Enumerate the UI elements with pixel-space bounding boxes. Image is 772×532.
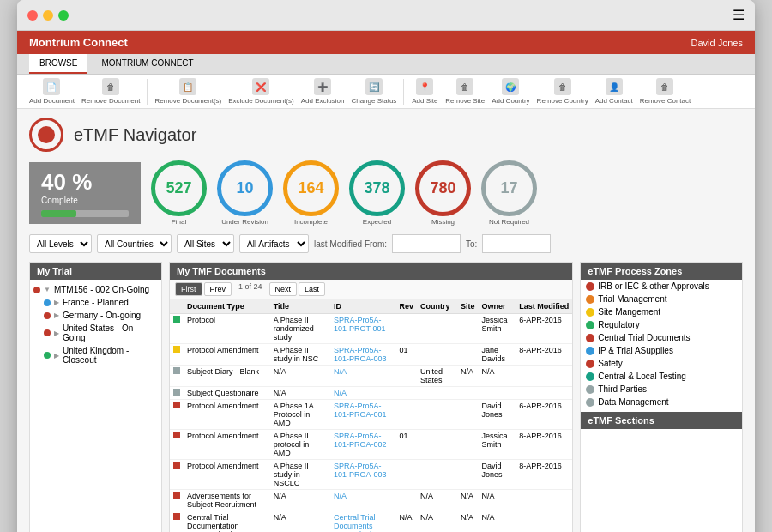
table-row[interactable]: Subject Questionaire N/A N/A <box>170 387 572 400</box>
row-site-1 <box>457 344 479 366</box>
table-row[interactable]: Advertisements for Subject Recruitment N… <box>170 490 572 511</box>
levels-filter[interactable]: All Levels <box>29 234 92 253</box>
row-id-5: SPRA-Pro5A-101-PROA-002 <box>330 430 396 460</box>
trial-arrow-4: ▶ <box>54 352 59 360</box>
stat-expected: 378 Expected <box>349 160 405 226</box>
add-document-button[interactable]: 📄 Add Document <box>29 78 75 105</box>
next-button[interactable]: Next <box>269 282 298 296</box>
app-title: Montrium Connect <box>29 36 128 49</box>
table-row[interactable]: Protocol A Phase II randomized study SPR… <box>170 314 572 344</box>
row-status-3 <box>170 387 184 400</box>
process-item-7[interactable]: Central & Local Testing <box>581 370 742 383</box>
row-rev-4 <box>396 400 418 430</box>
row-title-3: N/A <box>270 387 330 400</box>
trial-item-2[interactable]: ▶ Germany - On-going <box>33 309 158 322</box>
artifacts-filter[interactable]: All Artifacts <box>239 234 309 253</box>
last-modified-label: last Modified From: <box>314 239 387 249</box>
process-item-text-3: Regulatory <box>598 320 639 329</box>
trial-dot-4 <box>44 352 51 359</box>
add-site-button[interactable]: 📍 Add Site <box>411 78 438 105</box>
last-modified-from-input[interactable] <box>392 234 461 253</box>
row-country-0 <box>417 314 457 344</box>
trial-item-text-3: United States - On-Going <box>63 323 158 342</box>
row-rev-1: 01 <box>396 344 418 366</box>
row-title-2: N/A <box>270 366 330 387</box>
process-item-0[interactable]: IRB or IEC & other Approvals <box>581 280 742 293</box>
row-id-2: N/A <box>330 366 396 387</box>
process-item-4[interactable]: Central Trial Documents <box>581 331 742 344</box>
etmf-sections-header: eTMF Sections <box>581 412 742 429</box>
hamburger-menu[interactable]: ☰ <box>733 7 745 23</box>
process-zones-panel: eTMF Process Zones IRB or IEC & other Ap… <box>580 262 743 532</box>
row-modified-0: 6-APR-2016 <box>516 314 572 344</box>
tab-montrium-connect[interactable]: MONTRIUM CONNECT <box>91 54 203 74</box>
first-button[interactable]: First <box>175 282 202 296</box>
row-site-6 <box>457 460 479 490</box>
remove-country-button[interactable]: 🗑 Remove Country <box>537 78 588 105</box>
last-modified-to-input[interactable] <box>482 234 551 253</box>
row-id-8: Central Trial Documents General N/A <box>330 511 396 533</box>
nav-tabs: BROWSE MONTRIUM CONNECT <box>17 54 755 75</box>
table-row[interactable]: Central Trial Documentation Communicatio… <box>170 511 572 533</box>
process-item-text-5: IP & Trial ASupplies <box>598 346 673 355</box>
process-item-6[interactable]: Safety <box>581 357 742 370</box>
add-country-button[interactable]: 🌍 Add Country <box>492 78 529 105</box>
circle-not-required-number: 17 <box>500 179 517 197</box>
table-body: Protocol A Phase II randomized study SPR… <box>170 314 572 533</box>
table-row[interactable]: Protocol Amendment A Phase II protocol i… <box>170 430 572 460</box>
add-contact-button[interactable]: 👤 Add Contact <box>595 78 633 105</box>
row-modified-3 <box>516 387 572 400</box>
maximize-button[interactable] <box>58 10 69 21</box>
col-country: Country <box>417 299 457 314</box>
row-country-4 <box>417 400 457 430</box>
process-item-9[interactable]: Data Management <box>581 396 742 408</box>
trial-dot-0 <box>33 287 40 293</box>
prev-button[interactable]: Prev <box>204 282 232 296</box>
trial-item-text-1: France - Planned <box>63 298 129 307</box>
progress-fill <box>41 210 76 217</box>
row-modified-6: 8-APR-2016 <box>516 460 572 490</box>
remove-contact-button[interactable]: 🗑 Remove Contact <box>640 78 691 105</box>
process-item-2[interactable]: Site Mangement <box>581 305 742 318</box>
trial-arrow-0: ▼ <box>44 286 51 293</box>
remove-document-button[interactable]: 🗑 Remove Document <box>81 78 140 105</box>
process-item-5[interactable]: IP & Trial ASupplies <box>581 344 742 357</box>
trial-item-3[interactable]: ▶ United States - On-Going <box>33 322 158 344</box>
circle-missing-label: Missing <box>431 218 455 226</box>
row-title-8: N/A <box>270 511 330 533</box>
row-modified-8 <box>516 511 572 533</box>
remove-site-button[interactable]: 🗑 Remove Site <box>445 78 485 105</box>
trial-item-1[interactable]: ▶ France - Planned <box>33 296 158 309</box>
add-exclusion-button[interactable]: ➕ Add Exclusion <box>301 78 345 105</box>
process-item-1[interactable]: Trial Management <box>581 293 742 305</box>
close-button[interactable] <box>27 10 38 21</box>
app-window: ☰ Montrium Connect David Jones BROWSE MO… <box>17 0 755 532</box>
row-country-7: N/A <box>417 490 457 511</box>
trial-item-0[interactable]: ▼ MTM156 - 002 On-Going <box>33 283 158 296</box>
stat-missing: 780 Missing <box>415 160 471 226</box>
remove-documents-button[interactable]: 📋 Remove Document(s) <box>154 78 221 105</box>
exclude-documents-button[interactable]: ❌ Exclude Document(s) <box>228 78 293 105</box>
process-item-3[interactable]: Regulatory <box>581 318 742 331</box>
row-modified-7 <box>516 490 572 511</box>
countries-filter[interactable]: All Countries <box>97 234 172 253</box>
table-row[interactable]: Protocol Amendment A Phase II study in N… <box>170 460 572 490</box>
table-row[interactable]: Protocol Amendment A Phase 1A Protocol i… <box>170 400 572 430</box>
trial-dot-1 <box>44 299 51 306</box>
table-row[interactable]: Subject Diary - Blank N/A N/A United Sta… <box>170 366 572 387</box>
trial-item-text-2: Germany - On-going <box>63 311 141 320</box>
row-modified-5: 8-APR-2016 <box>516 430 572 460</box>
process-item-text-0: IRB or IEC & other Approvals <box>598 281 709 291</box>
row-rev-7 <box>396 490 418 511</box>
trial-item-4[interactable]: ▶ United Kingdom - Closeout <box>33 344 158 366</box>
change-status-button[interactable]: 🔄 Change Status <box>351 78 396 105</box>
my-trial-panel: My Trial ▼ MTM156 - 002 On-Going ▶ Franc… <box>29 262 162 532</box>
tab-browse[interactable]: BROWSE <box>29 54 87 74</box>
process-item-8[interactable]: Third Parties <box>581 383 742 396</box>
sites-filter[interactable]: All Sites <box>177 234 234 253</box>
table-row[interactable]: Protocol Amendment A Phase II study in N… <box>170 344 572 366</box>
row-status-6 <box>170 460 184 490</box>
last-button[interactable]: Last <box>299 282 325 296</box>
minimize-button[interactable] <box>43 10 53 21</box>
trial-item-text-0: MTM156 - 002 On-Going <box>54 285 149 294</box>
